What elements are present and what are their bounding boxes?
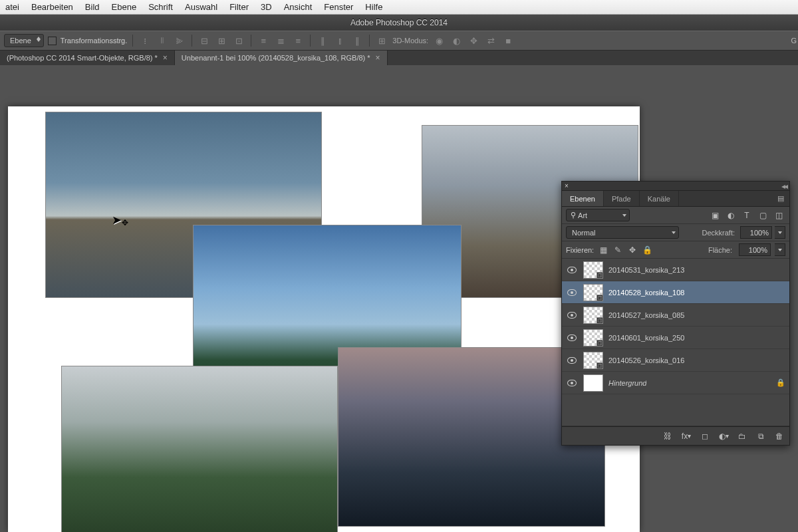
adjustment-layer-icon[interactable]: ◐▾ bbox=[718, 430, 730, 442]
distribute-right-icon[interactable]: ∥ bbox=[350, 34, 364, 47]
align-left-icon[interactable]: ⊟ bbox=[198, 34, 211, 47]
lock-label: Fixieren: bbox=[566, 246, 594, 254]
menu-item[interactable]: Hilfe bbox=[365, 2, 382, 12]
menu-item[interactable]: Auswahl bbox=[185, 2, 217, 12]
scope-select[interactable]: Ebene bbox=[4, 34, 44, 47]
filter-type-icon[interactable]: T bbox=[740, 209, 753, 221]
mode-3d-label: 3D-Modus: bbox=[392, 37, 428, 45]
visibility-toggle[interactable] bbox=[566, 354, 578, 366]
3d-zoom-icon[interactable]: ■ bbox=[501, 34, 515, 47]
search-icon: ⚲ bbox=[571, 211, 576, 219]
smart-object-icon: ◫ bbox=[597, 317, 603, 324]
3d-orbit-icon[interactable]: ◉ bbox=[432, 34, 446, 47]
layer-row[interactable]: ◫20140601_korsika_250 bbox=[562, 327, 789, 349]
visibility-toggle[interactable] bbox=[566, 264, 578, 276]
transform-controls-checkbox[interactable] bbox=[48, 37, 57, 45]
layer-name-label: 20140531_korsika_213 bbox=[608, 266, 684, 274]
align-bottom-icon[interactable]: ⫸ bbox=[173, 34, 186, 47]
filter-adjust-icon[interactable]: ◐ bbox=[724, 209, 737, 221]
delete-layer-icon[interactable]: 🗑 bbox=[773, 430, 785, 442]
close-icon[interactable]: × bbox=[376, 53, 380, 63]
smart-object-icon: ◫ bbox=[597, 362, 603, 369]
layer-thumbnail[interactable]: ◫ bbox=[583, 352, 603, 369]
distribute-hcenter-icon[interactable]: ⫿ bbox=[333, 34, 346, 47]
opacity-field[interactable]: 100% bbox=[740, 226, 772, 239]
lock-position-icon[interactable]: ✥ bbox=[627, 245, 638, 255]
auto-align-icon[interactable]: ⊞ bbox=[375, 34, 388, 47]
layer-thumbnail[interactable]: ◫ bbox=[583, 261, 603, 279]
menu-item[interactable]: Bearbeiten bbox=[31, 2, 73, 12]
lock-transparency-icon[interactable]: ▦ bbox=[598, 245, 608, 255]
close-icon[interactable]: × bbox=[163, 53, 168, 63]
smart-object-icon: ◫ bbox=[597, 272, 603, 279]
tab-layers[interactable]: Ebenen bbox=[562, 191, 604, 206]
document-tab[interactable]: (Photoshop CC 2014 Smart-Objekte, RGB/8)… bbox=[0, 51, 175, 65]
layer-thumbnail[interactable]: ◫ bbox=[583, 284, 603, 301]
panel-footer: ⛓ fx▾ ◻ ◐▾ 🗀 ⧉ 🗑 bbox=[562, 426, 789, 445]
visibility-toggle[interactable] bbox=[566, 287, 578, 299]
distribute-bottom-icon[interactable]: ≡ bbox=[291, 34, 305, 47]
menu-item[interactable]: Bild bbox=[85, 2, 100, 12]
transform-controls-label: Transformationsstrg. bbox=[61, 37, 127, 45]
tab-paths[interactable]: Pfade bbox=[604, 191, 640, 206]
panel-header[interactable]: × ◂◂ bbox=[562, 182, 789, 191]
panel-menu-icon[interactable]: ▤ bbox=[772, 191, 789, 206]
menu-item[interactable]: Schrift bbox=[148, 2, 173, 12]
menu-item[interactable]: Filter bbox=[229, 2, 249, 12]
link-layers-icon[interactable]: ⛓ bbox=[662, 430, 674, 442]
3d-slide-icon[interactable]: ⇄ bbox=[484, 34, 497, 47]
layer-mask-icon[interactable]: ◻ bbox=[699, 430, 711, 442]
visibility-toggle[interactable] bbox=[566, 332, 578, 344]
layer-style-icon[interactable]: fx▾ bbox=[680, 430, 692, 442]
layer-name-label: 20140527_korsika_085 bbox=[608, 311, 684, 319]
distribute-vcenter-icon[interactable]: ≣ bbox=[274, 34, 287, 47]
distribute-left-icon[interactable]: ∥ bbox=[316, 34, 329, 47]
placed-image[interactable] bbox=[61, 366, 338, 532]
tab-channels[interactable]: Kanäle bbox=[640, 191, 679, 206]
layer-row[interactable]: ◫20140531_korsika_213 bbox=[562, 259, 789, 281]
menu-item[interactable]: Ebene bbox=[112, 2, 137, 12]
separator bbox=[132, 35, 133, 47]
filter-type-select[interactable]: ⚲ Art bbox=[566, 209, 630, 221]
menu-item[interactable]: Fenster bbox=[324, 2, 353, 12]
lock-icon: 🔒 bbox=[776, 378, 785, 387]
layer-thumbnail[interactable] bbox=[583, 374, 603, 392]
blend-mode-select[interactable]: Normal bbox=[566, 226, 679, 239]
fill-field[interactable]: 100% bbox=[739, 243, 771, 256]
lock-pixels-icon[interactable]: ✎ bbox=[612, 245, 623, 255]
document-tab[interactable]: Unbenannt-1 bei 100% (20140528_korsika_1… bbox=[175, 51, 388, 65]
distribute-top-icon[interactable]: ≡ bbox=[257, 34, 270, 47]
smart-object-icon: ◫ bbox=[597, 340, 603, 346]
filter-shape-icon[interactable]: ▢ bbox=[756, 209, 769, 221]
collapse-icon[interactable]: ◂◂ bbox=[781, 182, 787, 191]
chevron-down-icon[interactable] bbox=[775, 243, 785, 256]
3d-roll-icon[interactable]: ◐ bbox=[450, 34, 463, 47]
lock-all-icon[interactable]: 🔒 bbox=[642, 245, 652, 255]
eye-icon bbox=[567, 289, 577, 296]
menu-item[interactable]: 3D bbox=[261, 2, 272, 12]
layer-group-icon[interactable]: 🗀 bbox=[736, 430, 748, 442]
layer-thumbnail[interactable]: ◫ bbox=[583, 329, 603, 346]
align-top-icon[interactable]: ⫶ bbox=[138, 34, 152, 47]
document-canvas[interactable] bbox=[8, 106, 640, 532]
menu-item[interactable]: atei bbox=[5, 2, 19, 12]
filter-smart-icon[interactable]: ◫ bbox=[772, 209, 785, 221]
visibility-toggle[interactable] bbox=[566, 377, 578, 389]
layer-row[interactable]: ◫20140527_korsika_085 bbox=[562, 304, 789, 327]
workspace: ➤ ✥ × ◂◂ Ebenen Pfade Kanäle ▤ ⚲ Art ▣ ◐… bbox=[0, 65, 798, 532]
new-layer-icon[interactable]: ⧉ bbox=[755, 430, 767, 442]
layer-row[interactable]: Hintergrund🔒 bbox=[562, 372, 789, 394]
align-hcenter-icon[interactable]: ⊞ bbox=[215, 34, 228, 47]
layer-thumbnail[interactable]: ◫ bbox=[583, 307, 603, 324]
align-right-icon[interactable]: ⊡ bbox=[232, 34, 245, 47]
3d-pan-icon[interactable]: ✥ bbox=[467, 34, 480, 47]
menu-item[interactable]: Ansicht bbox=[284, 2, 313, 12]
chevron-down-icon[interactable] bbox=[775, 226, 785, 239]
filter-image-icon[interactable]: ▣ bbox=[708, 209, 722, 221]
layer-name-label: 20140526_korsika_016 bbox=[608, 356, 684, 364]
visibility-toggle[interactable] bbox=[566, 309, 578, 321]
align-vcenter-icon[interactable]: ⫴ bbox=[156, 34, 169, 47]
layer-row[interactable]: ◫20140526_korsika_016 bbox=[562, 349, 789, 372]
close-icon[interactable]: × bbox=[565, 182, 569, 190]
layer-row[interactable]: ◫20140528_korsika_108 bbox=[562, 281, 789, 304]
